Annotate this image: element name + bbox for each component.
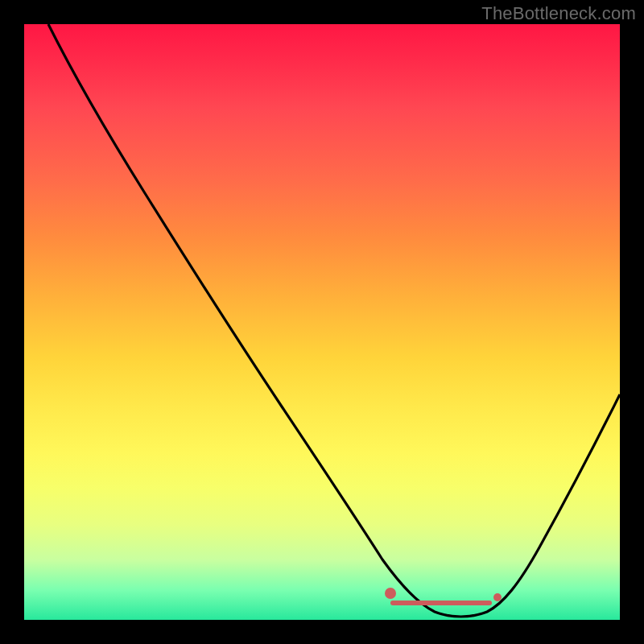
plot-area — [24, 24, 620, 620]
range-start-marker — [385, 588, 396, 599]
optimal-flat-segment — [390, 601, 492, 605]
range-end-marker — [493, 593, 502, 601]
optimal-range-markers — [24, 24, 620, 620]
watermark-text: TheBottleneck.com — [481, 3, 636, 24]
